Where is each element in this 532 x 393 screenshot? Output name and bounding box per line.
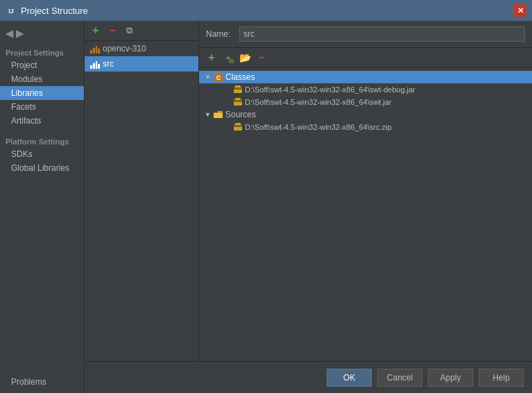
remove-library-button[interactable]: − bbox=[105, 24, 119, 37]
svg-text:C: C bbox=[216, 74, 221, 81]
window-title: Project Structure bbox=[21, 6, 88, 16]
tree-item-swt-jar[interactable]: D:\Soft\swt-4.5-win32-win32-x86_64\swt.j… bbox=[199, 96, 532, 108]
copy-library-button[interactable]: ⧉ bbox=[122, 24, 136, 37]
platform-settings-header: Platform Settings bbox=[0, 133, 84, 147]
classes-arrow-icon: ▼ bbox=[205, 74, 212, 81]
svg-rect-12 bbox=[235, 123, 241, 125]
sidebar-nav: ◀ ▶ bbox=[0, 25, 84, 44]
title-bar: IJ Project Structure ✕ bbox=[0, 0, 532, 21]
sidebar: ◀ ▶ Project Settings Project Modules Lib… bbox=[0, 21, 85, 393]
copy-icon: ⧉ bbox=[126, 25, 132, 36]
remove-entry-button[interactable]: − bbox=[255, 51, 268, 65]
zip-icon bbox=[233, 122, 243, 132]
details-toolbar: + + ▤ 📂 − bbox=[199, 48, 532, 68]
sidebar-item-modules[interactable]: Modules bbox=[0, 72, 84, 86]
sidebar-item-libraries[interactable]: Libraries bbox=[0, 86, 84, 100]
svg-rect-9 bbox=[235, 98, 241, 100]
add-entry-icon: + bbox=[208, 51, 214, 64]
lib-icon-src bbox=[90, 59, 100, 69]
close-button[interactable]: ✕ bbox=[514, 4, 526, 17]
sidebar-item-project[interactable]: Project bbox=[0, 58, 84, 72]
help-button[interactable]: Help bbox=[479, 369, 524, 387]
right-content: + − ⧉ bbox=[85, 21, 532, 361]
folder-icon bbox=[214, 110, 223, 119]
sidebar-item-global-libraries[interactable]: Global Libraries bbox=[0, 161, 84, 175]
right-panel: + − ⧉ bbox=[85, 21, 532, 393]
lib-item-opencv[interactable]: opencv-310 bbox=[85, 41, 198, 56]
sidebar-item-problems[interactable]: Problems bbox=[0, 375, 84, 389]
lib-item-label-src: src bbox=[103, 59, 114, 69]
remove-icon: − bbox=[109, 24, 115, 37]
tree-container: ▼ C Classes bbox=[199, 68, 532, 361]
sidebar-item-sdks[interactable]: SDKs bbox=[0, 147, 84, 161]
cancel-button[interactable]: Cancel bbox=[377, 369, 422, 387]
svg-text:IJ: IJ bbox=[8, 8, 14, 15]
svg-rect-6 bbox=[235, 85, 241, 87]
swt-debug-jar-label: D:\Soft\swt-4.5-win32-win32-x86_64\swt-d… bbox=[245, 85, 415, 94]
name-input[interactable] bbox=[239, 26, 525, 42]
jar-icon-1 bbox=[233, 85, 243, 94]
add-icon: + bbox=[92, 24, 98, 37]
app-logo: IJ bbox=[6, 5, 17, 16]
folder-open-icon: 📂 bbox=[239, 52, 251, 63]
project-settings-header: Project Settings bbox=[0, 44, 84, 58]
sources-label: Sources bbox=[225, 110, 256, 119]
sources-arrow-icon: ▼ bbox=[205, 111, 212, 118]
tree-item-swt-debug-jar[interactable]: D:\Soft\swt-4.5-win32-win32-x86_64\swt-d… bbox=[199, 83, 532, 96]
tree-item-sources[interactable]: ▼ Sources bbox=[199, 108, 532, 121]
tree-item-classes[interactable]: ▼ C Classes bbox=[199, 71, 532, 83]
add-library-button[interactable]: + bbox=[89, 24, 103, 37]
tree-item-src-zip[interactable]: D:\Soft\swt-4.5-win32-win32-x86_64\src.z… bbox=[199, 121, 532, 133]
lib-list-toolbar: + − ⧉ bbox=[85, 21, 198, 41]
nav-forward-icon[interactable]: ▶ bbox=[16, 28, 24, 39]
ok-button[interactable]: OK bbox=[327, 369, 372, 387]
lib-item-src[interactable]: src bbox=[85, 56, 198, 72]
library-list-panel: + − ⧉ bbox=[85, 21, 199, 361]
apply-button[interactable]: Apply bbox=[428, 369, 473, 387]
lib-item-label-opencv: opencv-310 bbox=[103, 44, 146, 53]
details-panel: Name: + + ▤ 📂 − bbox=[199, 21, 532, 361]
classes-icon: C bbox=[214, 72, 223, 82]
swt-jar-label: D:\Soft\swt-4.5-win32-win32-x86_64\swt.j… bbox=[245, 98, 392, 106]
classes-label: Classes bbox=[225, 72, 255, 82]
title-bar-left: IJ Project Structure bbox=[6, 5, 88, 16]
open-folder-button[interactable]: 📂 bbox=[238, 51, 252, 65]
name-label: Name: bbox=[206, 29, 234, 39]
nav-back-icon[interactable]: ◀ bbox=[6, 28, 13, 39]
add-entry-button[interactable]: + bbox=[205, 51, 218, 65]
bottom-bar: OK Cancel Apply Help bbox=[85, 361, 532, 393]
special-indicator: ▤ bbox=[229, 58, 234, 64]
lib-icon-opencv bbox=[90, 44, 100, 53]
remove-entry-icon: − bbox=[258, 51, 264, 64]
main-container: ◀ ▶ Project Settings Project Modules Lib… bbox=[0, 21, 532, 393]
src-zip-label: D:\Soft\swt-4.5-win32-win32-x86_64\src.z… bbox=[245, 123, 392, 131]
sidebar-item-facets[interactable]: Facets bbox=[0, 100, 84, 114]
jar-icon-2 bbox=[233, 97, 243, 107]
add-special-button[interactable]: + ▤ bbox=[221, 51, 235, 65]
name-row: Name: bbox=[199, 21, 532, 48]
library-list: opencv-310 src bbox=[85, 41, 198, 361]
sidebar-item-artifacts[interactable]: Artifacts bbox=[0, 114, 84, 128]
